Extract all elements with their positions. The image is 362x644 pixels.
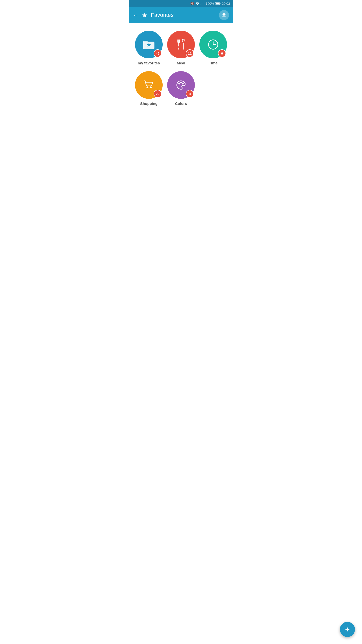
categories-grid: 49 my favorites <box>134 31 228 106</box>
status-icons: 🔇 100% 20:03 <box>190 2 230 6</box>
wifi-icon <box>195 2 199 6</box>
svg-point-17 <box>180 82 182 84</box>
category-label-meal: Meal <box>177 61 185 65</box>
header-left: ← ★ Favorites <box>133 11 173 19</box>
folder-star-icon <box>142 38 155 51</box>
svg-point-18 <box>182 83 184 85</box>
svg-point-16 <box>178 83 180 85</box>
svg-point-13 <box>213 44 214 45</box>
status-time: 20:03 <box>222 2 230 6</box>
category-label-my-favorites: my favorites <box>138 61 160 65</box>
badge-colors: 3 <box>186 90 194 98</box>
category-label-shopping: Shopping <box>140 101 157 106</box>
header-star-icon: ★ <box>142 11 148 19</box>
status-bar: 🔇 100% 20:03 <box>129 0 233 7</box>
palette-icon <box>174 78 188 92</box>
svg-point-15 <box>150 87 152 88</box>
badge-shopping: 22 <box>154 90 162 98</box>
svg-point-19 <box>182 85 184 87</box>
category-item-my-favorites[interactable]: 49 my favorites <box>135 31 163 65</box>
category-item-shopping[interactable]: 22 Shopping <box>135 71 163 106</box>
category-circle-wrapper-time: 6 <box>199 31 227 58</box>
header-title: Favorites <box>151 12 173 18</box>
category-item-colors[interactable]: 3 Colors <box>167 71 195 106</box>
main-content: 49 my favorites <box>129 23 233 131</box>
category-circle-wrapper-my-favorites: 49 <box>135 31 163 58</box>
header: ← ★ Favorites <box>129 7 233 23</box>
category-item-time[interactable]: 6 Time <box>199 31 227 65</box>
svg-point-14 <box>147 87 148 88</box>
mute-icon: 🔇 <box>190 2 194 5</box>
category-circle-wrapper-meal: 11 <box>167 31 195 58</box>
category-circle-wrapper-colors: 3 <box>167 71 195 99</box>
badge-meal: 11 <box>186 49 194 57</box>
badge-my-favorites: 49 <box>154 49 162 57</box>
battery-percent: 100% <box>206 2 214 6</box>
badge-time: 6 <box>218 49 226 57</box>
battery-icon <box>215 2 220 5</box>
clock-icon <box>207 38 220 51</box>
download-button[interactable] <box>219 10 229 20</box>
category-item-meal[interactable]: 11 Meal <box>167 31 195 65</box>
category-label-colors: Colors <box>175 101 187 106</box>
back-button[interactable]: ← <box>133 12 139 18</box>
category-label-time: Time <box>209 61 218 65</box>
signal-bars <box>201 2 204 5</box>
cart-icon <box>142 78 155 92</box>
category-circle-wrapper-shopping: 22 <box>135 71 163 99</box>
download-icon <box>221 12 227 18</box>
meal-icon <box>174 38 188 51</box>
